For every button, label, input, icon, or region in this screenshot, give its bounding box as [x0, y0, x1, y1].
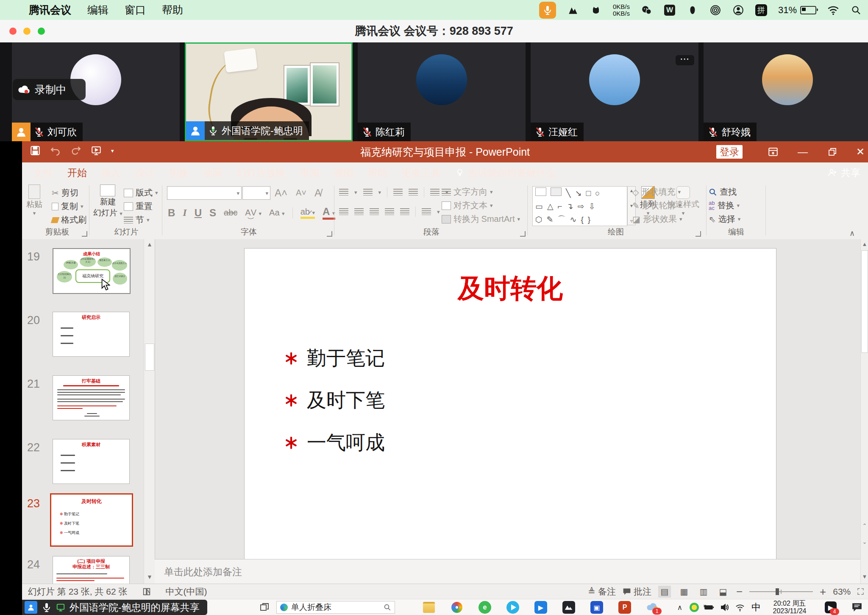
scroll-up-icon[interactable]: ▲ — [861, 241, 868, 247]
increase-indent-icon[interactable] — [409, 189, 418, 196]
italic-button[interactable]: I — [183, 207, 186, 218]
menu-help[interactable]: 帮助 — [162, 3, 183, 17]
close-button[interactable]: ✕ — [847, 141, 868, 162]
weather-app-icon[interactable]: 1 — [644, 601, 661, 614]
restore-button[interactable] — [819, 141, 846, 162]
wps-icon[interactable]: W — [664, 4, 676, 16]
line-spacing-icon[interactable] — [430, 189, 440, 196]
slide-sorter-view-button[interactable]: ▦ — [678, 586, 690, 598]
tab-review[interactable]: 审阅 — [293, 162, 327, 183]
cut-button[interactable]: ✂剪切 — [52, 187, 78, 198]
grow-font-button[interactable]: A˄ — [275, 187, 287, 199]
zoom-percent[interactable]: 63% — [833, 587, 851, 597]
thumbnail-panel-scrollbar[interactable]: ▲ ▼ — [144, 239, 155, 584]
align-left-icon[interactable] — [339, 208, 348, 215]
font-color-button[interactable]: A ▾ — [323, 206, 335, 220]
select-button[interactable]: ⇖ 选择▾ — [709, 213, 740, 225]
shape-outline-button[interactable]: ✎形状轮廓▾ — [632, 200, 681, 211]
scrollbar-thumb[interactable] — [145, 344, 154, 371]
powerpoint-taskbar-icon[interactable]: P — [616, 601, 633, 614]
participant-tile[interactable]: 录制中 刘可欣 — [12, 42, 180, 141]
quark-app-icon[interactable] — [560, 601, 577, 614]
scroll-down-icon[interactable]: ▼ — [861, 573, 868, 580]
taskbar-search-box[interactable]: 单人折叠床 — [276, 601, 395, 614]
tab-design[interactable]: 设计 — [128, 162, 162, 183]
app-cat-icon[interactable] — [590, 4, 602, 16]
align-text-button[interactable]: 对齐文本▾ — [442, 200, 493, 211]
tab-insert[interactable]: 插入 — [94, 162, 128, 183]
change-case-button[interactable]: Aa ▾ — [269, 208, 285, 218]
participant-tile[interactable]: ⋯ 汪娅红 — [531, 42, 698, 141]
shadow-button[interactable]: S — [209, 207, 216, 219]
chrome-icon[interactable] — [448, 601, 465, 614]
thumbnail-slide-20[interactable]: 研究启示 — [53, 312, 130, 357]
collapse-ribbon-icon[interactable]: ∧ — [849, 229, 855, 238]
qq-icon[interactable] — [687, 4, 698, 16]
qat-dropdown-icon[interactable]: ▾ — [111, 148, 114, 154]
video-app-icon[interactable]: ▶ — [532, 601, 549, 614]
underline-button[interactable]: U — [195, 207, 202, 219]
login-button[interactable]: 登录 — [716, 145, 743, 159]
current-slide[interactable]: 及时转化 勤于笔记 及时下笔 一气呵成 — [244, 248, 776, 560]
character-spacing-button[interactable]: A͜V ▾ — [245, 208, 262, 218]
reset-button[interactable]: 重置 — [124, 201, 153, 212]
tv-app-icon[interactable]: ▣ — [588, 601, 605, 614]
thumbnail-slide-21[interactable]: 打牢基础 — [53, 375, 130, 420]
airplay-icon[interactable] — [709, 4, 721, 16]
tab-slideshow[interactable]: 幻灯片放映 — [230, 162, 293, 183]
clear-formatting-button[interactable]: A̸ — [314, 187, 321, 199]
thumbnail-slide-22[interactable]: 积累素材 — [53, 439, 130, 484]
distribute-icon[interactable] — [400, 208, 409, 215]
zoom-traffic-button[interactable] — [38, 28, 45, 35]
shapes-gallery[interactable]: ╲↘□○ ▭△⌐↴⇨⇩ ⬡✎⌒∿{} — [532, 186, 627, 226]
spellcheck-book-icon[interactable] — [142, 587, 151, 596]
spotlight-search-icon[interactable] — [850, 4, 862, 16]
copy-button[interactable]: 复制▾ — [52, 201, 83, 212]
notes-pane[interactable]: 单击此处添加备注 — [155, 559, 860, 584]
tab-help[interactable]: 帮助 — [361, 162, 395, 183]
menu-window[interactable]: 窗口 — [125, 3, 146, 17]
start-slideshow-icon[interactable] — [91, 145, 102, 156]
wifi-icon[interactable] — [827, 4, 839, 16]
tab-home[interactable]: 开始 — [60, 162, 94, 183]
tab-more-tools[interactable]: 更多工具 — [395, 162, 448, 183]
media-tray-icon[interactable]: ▶ 4 — [822, 601, 839, 614]
minimize-traffic-button[interactable] — [23, 28, 31, 35]
reading-view-button[interactable]: ▥ — [697, 586, 710, 598]
chat-tray-icon[interactable] — [849, 601, 865, 614]
align-right-icon[interactable] — [370, 208, 379, 215]
justify-icon[interactable] — [385, 208, 394, 215]
input-method-icon[interactable]: 拼 — [755, 4, 767, 16]
paragraph-dialog-launcher-icon[interactable] — [520, 231, 526, 237]
network-tray-icon[interactable] — [732, 601, 748, 614]
participant-tile-active-speaker[interactable]: 外国语学院-鲍忠明 — [185, 42, 353, 141]
main-scrollbar[interactable]: ▲ ⌃ ⌄ ▼ — [860, 239, 868, 584]
replace-button[interactable]: abac 替换▾ — [709, 200, 740, 211]
thumbnail-slide-19[interactable]: 成果小结 福克纳研究 (种族)主题 陌生化(视角形式主义) 新历史主义 西方马克… — [53, 248, 131, 294]
menubar-mic-icon[interactable] — [539, 2, 556, 19]
shrink-font-button[interactable]: A˅ — [296, 188, 306, 198]
tab-file[interactable]: 文件 — [26, 162, 60, 183]
minimize-button[interactable]: — — [789, 141, 816, 162]
font-dialog-launcher-icon[interactable] — [327, 231, 332, 237]
tile-more-button[interactable]: ⋯ — [676, 55, 694, 65]
convert-smartart-button[interactable]: 转换为 SmartArt▾ — [442, 213, 520, 225]
font-name-combo[interactable]: ▾ — [167, 186, 242, 200]
save-icon[interactable] — [30, 145, 41, 156]
fit-to-window-icon[interactable]: ⛶ — [857, 587, 864, 597]
previous-slide-icon[interactable]: ⌃ — [861, 523, 868, 529]
clipboard-dialog-launcher-icon[interactable] — [82, 231, 87, 237]
taskbar-clock[interactable]: 20:02 周五 2023/11/24 — [766, 600, 813, 615]
menu-edit[interactable]: 编辑 — [87, 3, 108, 17]
scroll-down-icon[interactable]: ▼ — [144, 573, 155, 580]
browser-360-icon[interactable]: e — [476, 601, 493, 614]
volume-tray-icon[interactable] — [716, 601, 733, 614]
file-explorer-icon[interactable] — [420, 601, 437, 614]
account-icon[interactable] — [732, 4, 744, 16]
zoom-slider[interactable] — [749, 591, 813, 592]
paste-button[interactable]: 粘贴▾ — [26, 184, 42, 216]
scroll-up-icon[interactable]: ▲ — [144, 241, 155, 248]
redo-icon[interactable] — [70, 145, 81, 156]
ribbon-display-options-icon[interactable] — [760, 141, 787, 162]
participant-tile[interactable]: 陈红莉 — [358, 42, 526, 141]
